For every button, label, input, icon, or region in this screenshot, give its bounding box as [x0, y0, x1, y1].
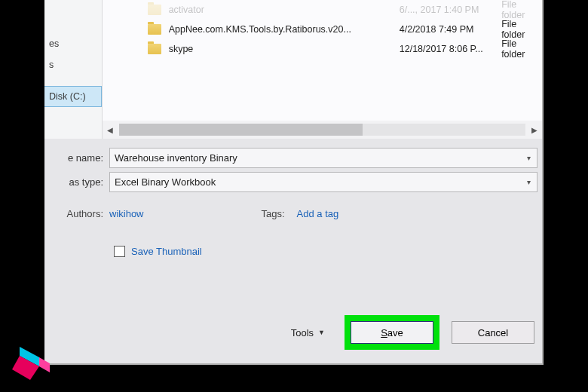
- folder-icon: [148, 44, 161, 54]
- file-type: File folder: [501, 20, 542, 39]
- list-item[interactable]: skype 12/18/2017 8:06 P... File folder: [103, 39, 542, 59]
- metadata-row: Authors: wikihow Tags: Add a tag: [44, 208, 537, 219]
- save-thumbnail-checkbox[interactable]: Save Thumbnail: [114, 246, 202, 257]
- sidebar-item-label: es: [49, 38, 59, 49]
- tools-dropdown[interactable]: Tools ▼: [291, 327, 325, 338]
- dialog-buttons: Tools ▼ Save Cancel: [44, 315, 534, 350]
- list-item[interactable]: AppNee.com.KMS.Tools.by.Ratiborus.v20...…: [103, 20, 542, 39]
- sidebar-item[interactable]: es: [44, 33, 102, 54]
- scrollbar-thumb[interactable]: [119, 124, 363, 136]
- authors-label: Authors:: [44, 208, 109, 219]
- filetype-row: as type: Excel Binary Workbook ▾: [44, 172, 537, 192]
- save-dialog: es s Disk (C:) activator 6/..., 2017 1:4…: [44, 0, 544, 365]
- tags-label: Tags:: [262, 208, 291, 219]
- logo-icon: [8, 342, 56, 387]
- authors-value[interactable]: wikihow: [109, 208, 171, 219]
- tools-label: Tools: [291, 327, 314, 338]
- sidebar: es s Disk (C:): [44, 0, 103, 139]
- filetype-select[interactable]: Excel Binary Workbook ▾: [109, 172, 537, 192]
- folder-icon: [148, 24, 161, 35]
- filename-row: e name: Warehouse inventory Binary ▾: [44, 148, 537, 168]
- filename-label: e name:: [44, 152, 109, 164]
- file-type: File folder: [501, 0, 542, 20]
- cancel-button-label: Cancel: [478, 327, 508, 338]
- filename-value: Warehouse inventory Binary: [115, 152, 237, 164]
- list-item[interactable]: activator 6/..., 2017 1:40 PM File folde…: [103, 0, 542, 20]
- filetype-value: Excel Binary Workbook: [115, 176, 216, 188]
- sidebar-item-label: Disk (C:): [49, 91, 86, 102]
- folder-icon: [148, 5, 161, 15]
- chevron-down-icon[interactable]: ▾: [527, 178, 531, 186]
- sidebar-item[interactable]: s: [44, 54, 102, 75]
- chevron-right-icon[interactable]: ▶: [527, 122, 542, 137]
- filename-input[interactable]: Warehouse inventory Binary ▾: [109, 148, 537, 168]
- chevron-left-icon[interactable]: ◀: [103, 122, 118, 137]
- svg-marker-2: [39, 357, 50, 372]
- save-thumbnail-label: Save Thumbnail: [131, 246, 202, 257]
- chevron-down-icon[interactable]: ▾: [527, 154, 531, 162]
- horizontal-scrollbar[interactable]: ◀ ▶: [103, 121, 542, 139]
- tags-value[interactable]: Add a tag: [291, 208, 366, 219]
- sidebar-item-label: s: [49, 60, 54, 70]
- file-date: 6/..., 2017 1:40 PM: [400, 5, 501, 15]
- save-highlight: Save: [345, 315, 439, 350]
- file-date: 4/2/2018 7:49 PM: [400, 24, 501, 35]
- scrollbar-track[interactable]: [119, 124, 525, 136]
- file-date: 12/18/2017 8:06 P...: [400, 44, 501, 54]
- file-type: File folder: [501, 39, 542, 59]
- file-name: AppNee.com.KMS.Tools.by.Ratiborus.v20...: [169, 24, 400, 35]
- sidebar-item-disk-c[interactable]: Disk (C:): [44, 86, 102, 107]
- file-name: activator: [169, 5, 400, 15]
- cancel-button[interactable]: Cancel: [452, 321, 534, 344]
- save-button[interactable]: Save: [351, 321, 433, 344]
- checkbox-icon[interactable]: [114, 246, 125, 257]
- file-name: skype: [169, 44, 400, 54]
- save-button-label: Save: [381, 327, 403, 338]
- filetype-label: as type:: [44, 176, 109, 188]
- file-list: activator 6/..., 2017 1:40 PM File folde…: [103, 0, 542, 139]
- caret-down-icon: ▼: [318, 329, 325, 336]
